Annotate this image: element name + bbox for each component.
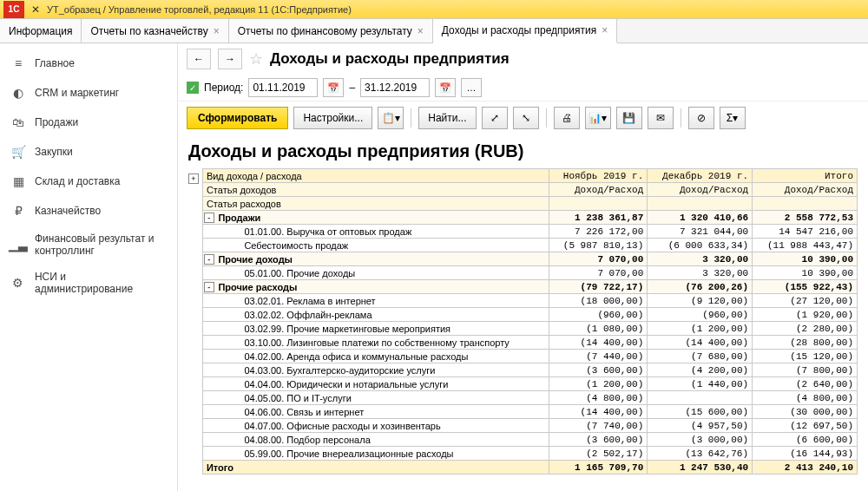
sidebar-icon: ⚙ bbox=[10, 275, 26, 291]
cell-value: 1 440,00 bbox=[648, 377, 753, 391]
cell-value: 12 697,50 bbox=[753, 419, 858, 433]
row-label: 03.02.01. Реклама в интернет bbox=[214, 294, 549, 308]
expand-toggle bbox=[202, 363, 214, 377]
expand-toggle[interactable]: - bbox=[202, 280, 214, 294]
cell-value: 1 080,00 bbox=[549, 322, 647, 336]
tree-expand-button[interactable]: + bbox=[188, 173, 199, 184]
cell-value: 4 800,00 bbox=[549, 391, 647, 405]
sidebar-item-3[interactable]: 🛒Закупки bbox=[0, 137, 177, 167]
cell-value: 15 120,00 bbox=[753, 350, 858, 363]
expand-toggle bbox=[202, 239, 214, 252]
cell-value: 7 226 172,00 bbox=[549, 225, 647, 239]
table-row: -Прочие расходы79 722,1776 200,26155 922… bbox=[202, 280, 857, 294]
period-checkbox[interactable]: ✓ bbox=[187, 82, 199, 94]
expand-toggle bbox=[202, 294, 214, 308]
col-income-article: Статья доходов bbox=[202, 183, 549, 197]
copy-button[interactable]: 📋▾ bbox=[378, 107, 404, 129]
row-label: 03.02.99. Прочие маркетинговые мероприят… bbox=[214, 322, 549, 336]
close-icon[interactable]: ✕ bbox=[28, 3, 43, 16]
cell-value: 16 144,93 bbox=[753, 447, 858, 461]
sidebar-label: Финансовый результат и контроллинг bbox=[35, 232, 167, 257]
period-more-button[interactable]: … bbox=[461, 78, 482, 97]
save-button[interactable]: 💾 bbox=[616, 107, 642, 129]
close-icon[interactable]: × bbox=[602, 24, 608, 36]
cell-value: 7 070,00 bbox=[549, 266, 647, 280]
row-label: 04.08.00. Подбор персонала bbox=[214, 433, 549, 447]
sidebar-item-1[interactable]: ◐CRM и маркетинг bbox=[0, 78, 177, 108]
cell-value: 2 280,00 bbox=[753, 322, 858, 336]
col-expense-article: Статья расходов bbox=[202, 197, 549, 211]
table-row: 04.05.00. ПО и IT-услуги4 800,004 800,00 bbox=[202, 391, 857, 405]
tab-1[interactable]: Отчеты по казначейству× bbox=[82, 19, 228, 43]
cell-value: 14 400,00 bbox=[549, 336, 647, 350]
cell-value: 2 640,00 bbox=[753, 377, 858, 391]
tab-label: Информация bbox=[9, 25, 72, 37]
report-toolbar: Сформировать Настройки... 📋▾ Найти... ⤢ … bbox=[178, 101, 868, 134]
expand-toggle bbox=[202, 405, 214, 419]
cell-value: 7 800,00 bbox=[753, 363, 858, 377]
sidebar-item-4[interactable]: ▦Склад и доставка bbox=[0, 167, 177, 196]
print-button[interactable]: 🖨 bbox=[554, 107, 580, 129]
find-button[interactable]: Найти... bbox=[418, 107, 476, 129]
total-nov: 1 165 709,70 bbox=[549, 461, 647, 475]
cell-value: 4 200,00 bbox=[648, 363, 753, 377]
row-label: 04.07.00. Офисные расходы и хозинвентарь bbox=[214, 419, 549, 433]
expand-icon[interactable]: ⤢ bbox=[482, 107, 508, 129]
table-row: 04.04.00. Юридически и нотариальные услу… bbox=[202, 377, 857, 391]
total-sum: 2 413 240,10 bbox=[753, 461, 858, 475]
date-to-input[interactable] bbox=[360, 78, 430, 97]
table-row: 03.02.02. Оффлайн-реклама960,00960,001 9… bbox=[202, 308, 857, 322]
expand-toggle bbox=[202, 225, 214, 239]
separator bbox=[681, 108, 681, 128]
cell-value: 1 200,00 bbox=[549, 377, 647, 391]
table-row: 04.03.00. Бухгалтерско-аудиторские услуг… bbox=[202, 363, 857, 377]
expand-toggle bbox=[202, 350, 214, 363]
cell-value: 3 320,00 bbox=[648, 252, 753, 266]
chart-button[interactable]: 📊▾ bbox=[585, 107, 611, 129]
cell-value: 960,00 bbox=[549, 308, 647, 322]
close-icon[interactable]: × bbox=[418, 25, 424, 37]
table-row: -Прочие доходы7 070,003 320,0010 390,00 bbox=[202, 252, 857, 266]
page-title: Доходы и расходы предприятия bbox=[270, 50, 510, 68]
run-button[interactable]: Сформировать bbox=[187, 107, 288, 129]
row-label: 03.02.02. Оффлайн-реклама bbox=[214, 308, 549, 322]
expand-toggle[interactable]: - bbox=[202, 252, 214, 266]
cell-value: 10 390,00 bbox=[753, 252, 858, 266]
sum-button[interactable]: Σ▾ bbox=[720, 107, 746, 129]
table-row: -Продажи1 238 361,871 320 410,662 558 77… bbox=[202, 211, 857, 225]
calendar-to-icon[interactable]: 📅 bbox=[435, 78, 456, 97]
tab-label: Отчеты по финансовому результату bbox=[238, 25, 412, 37]
sidebar-item-7[interactable]: ⚙НСИ и администрирование bbox=[0, 264, 177, 302]
tab-label: Отчеты по казначейству bbox=[90, 25, 207, 37]
settings-button[interactable]: Настройки... bbox=[293, 107, 372, 129]
forward-button[interactable]: → bbox=[218, 49, 242, 69]
cell-value: 7 740,00 bbox=[549, 419, 647, 433]
filter-button[interactable]: ⊘ bbox=[688, 107, 714, 129]
date-from-input[interactable] bbox=[248, 78, 318, 97]
calendar-from-icon[interactable]: 📅 bbox=[323, 78, 344, 97]
tab-3[interactable]: Доходы и расходы предприятия× bbox=[433, 19, 617, 43]
cell-value: 3 000,00 bbox=[648, 433, 753, 447]
expand-toggle bbox=[202, 377, 214, 391]
cell-value: 7 440,00 bbox=[549, 350, 647, 363]
row-label: 04.02.00. Аренда офиса и коммунальные ра… bbox=[214, 350, 549, 363]
sidebar-item-5[interactable]: ₽Казначейство bbox=[0, 196, 177, 226]
star-icon[interactable]: ☆ bbox=[249, 49, 263, 69]
col-dec: Декабрь 2019 г. bbox=[648, 169, 753, 183]
cell-value: 7 680,00 bbox=[648, 350, 753, 363]
tab-0[interactable]: Информация bbox=[0, 19, 82, 43]
close-icon[interactable]: × bbox=[214, 25, 220, 37]
expand-toggle[interactable]: - bbox=[202, 211, 214, 225]
cell-value: 3 600,00 bbox=[549, 433, 647, 447]
col-nov: Ноябрь 2019 г. bbox=[549, 169, 647, 183]
back-button[interactable]: ← bbox=[187, 49, 211, 69]
collapse-icon[interactable]: ⤡ bbox=[513, 107, 539, 129]
table-row: 04.06.00. Связь и интернет14 400,0015 60… bbox=[202, 405, 857, 419]
sidebar-item-6[interactable]: ▁▃Финансовый результат и контроллинг bbox=[0, 226, 177, 264]
col-sub: Доход/Расход bbox=[753, 183, 858, 197]
col-label: Вид дохода / расхода bbox=[202, 169, 549, 183]
tab-2[interactable]: Отчеты по финансовому результату× bbox=[229, 19, 433, 43]
mail-button[interactable]: ✉ bbox=[648, 107, 674, 129]
sidebar-item-2[interactable]: 🛍Продажи bbox=[0, 108, 177, 137]
sidebar-item-0[interactable]: ≡Главное bbox=[0, 49, 177, 78]
